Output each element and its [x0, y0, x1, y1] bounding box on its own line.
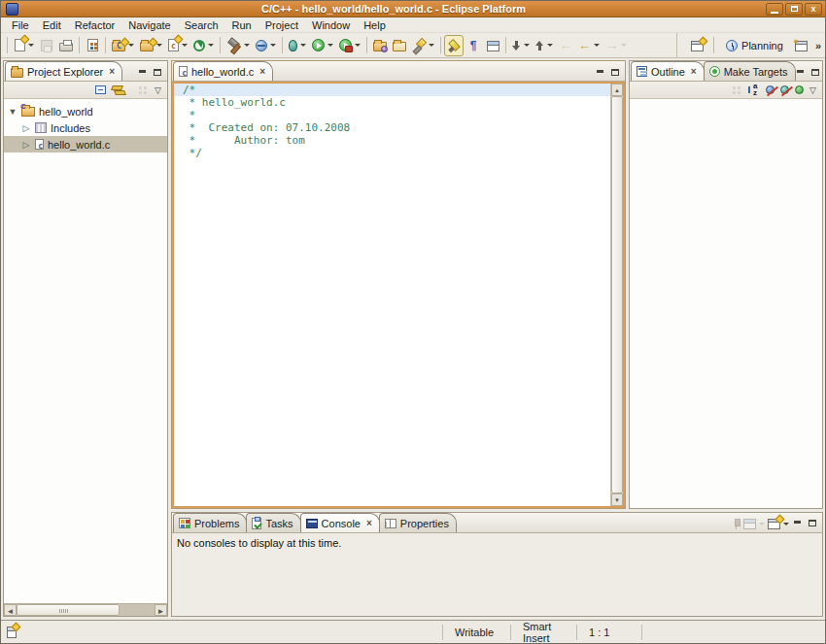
- code-line[interactable]: */: [183, 147, 610, 159]
- titlebar[interactable]: C/C++ - hello_world/hello_world.c - Ecli…: [1, 1, 825, 17]
- close-window-button[interactable]: x: [805, 3, 822, 16]
- minimize-window-button[interactable]: [766, 3, 783, 16]
- expander-icon[interactable]: ▼: [8, 107, 17, 117]
- print-button[interactable]: [56, 35, 76, 56]
- open-element-button[interactable]: [370, 35, 390, 56]
- debug-button[interactable]: [286, 35, 309, 56]
- show-whitespace-button[interactable]: ¶: [464, 35, 483, 56]
- hide-static-members-button[interactable]: [780, 85, 789, 94]
- new-c-file-button[interactable]: c: [165, 35, 190, 56]
- code-editor[interactable]: /* * hello_world.c * * Created on: 07.10…: [174, 84, 610, 506]
- last-edit-location-button[interactable]: ←: [556, 35, 575, 56]
- hscroll-thumb[interactable]: [17, 604, 120, 616]
- open-console-button[interactable]: [768, 518, 789, 529]
- editor-vscrollbar[interactable]: ▲ ▼: [610, 84, 623, 506]
- build-all-button[interactable]: [253, 35, 279, 56]
- window-app-icon[interactable]: [6, 3, 18, 16]
- expander-icon[interactable]: ▷: [21, 123, 31, 133]
- build-configuration-button[interactable]: [190, 35, 217, 56]
- binary-file-button[interactable]: [83, 35, 102, 56]
- code-line[interactable]: /*: [174, 84, 610, 96]
- dropdown-arrow-icon: [524, 44, 530, 47]
- tab-console[interactable]: Console ×: [300, 513, 380, 532]
- forward-button[interactable]: →: [602, 35, 630, 56]
- tree-item-hello-world[interactable]: ▼ hello_world: [4, 103, 167, 119]
- next-annotation-button[interactable]: [509, 35, 533, 56]
- fast-view-button[interactable]: [7, 627, 17, 638]
- expander-icon[interactable]: ▷: [21, 140, 31, 150]
- maximize-view-button[interactable]: [807, 519, 818, 528]
- menu-help[interactable]: Help: [358, 18, 392, 32]
- open-resource-button[interactable]: [390, 35, 409, 56]
- scroll-up-button[interactable]: ▲: [611, 84, 623, 96]
- minimize-editor-button[interactable]: [595, 68, 606, 78]
- menu-file[interactable]: File: [6, 18, 35, 32]
- toolbar-separator: [505, 37, 506, 53]
- close-tab-icon[interactable]: ×: [259, 67, 265, 77]
- view-menu-button[interactable]: ▽: [809, 85, 816, 95]
- maximize-editor-button[interactable]: [609, 68, 621, 78]
- sort-button[interactable]: [748, 85, 760, 96]
- maximize-window-button[interactable]: [785, 3, 803, 16]
- menu-navigate[interactable]: Navigate: [122, 18, 176, 32]
- close-tab-icon[interactable]: ×: [109, 67, 115, 77]
- pin-console-button[interactable]: [733, 518, 740, 529]
- perspective-overflow-chevron[interactable]: »: [815, 40, 821, 51]
- run-button[interactable]: [309, 35, 336, 56]
- tab-properties[interactable]: Properties: [379, 513, 457, 532]
- new-wizard-button[interactable]: [12, 35, 37, 56]
- project-explorer-hscrollbar[interactable]: ◄ ►: [4, 603, 167, 616]
- maximize-view-button[interactable]: [152, 68, 163, 78]
- code-line[interactable]: * Created on: 07.10.2008: [183, 121, 610, 134]
- vscroll-thumb[interactable]: [611, 96, 623, 493]
- tab-hello-world-c[interactable]: hello_world.c ×: [173, 61, 273, 81]
- new-cpp-project-button[interactable]: [137, 35, 165, 56]
- hscroll-track[interactable]: [120, 604, 155, 616]
- minimize-view-button[interactable]: [795, 68, 807, 78]
- code-line[interactable]: *: [183, 109, 610, 121]
- block-selection-button[interactable]: [483, 35, 502, 56]
- menu-window[interactable]: Window: [306, 18, 356, 32]
- build-button[interactable]: [224, 35, 253, 56]
- close-tab-icon[interactable]: ×: [366, 519, 372, 528]
- display-selected-console-button[interactable]: [743, 518, 765, 529]
- link-outline-button[interactable]: [732, 85, 742, 94]
- open-perspective-button[interactable]: [687, 35, 706, 56]
- menu-search[interactable]: Search: [179, 18, 224, 32]
- tree-item-hello-world-c[interactable]: ▷ hello_world.c: [4, 136, 167, 153]
- tab-make-targets[interactable]: Make Targets: [704, 61, 796, 81]
- maximize-view-button[interactable]: [809, 68, 821, 78]
- scroll-down-button[interactable]: ▼: [611, 493, 623, 506]
- tab-project-explorer[interactable]: Project Explorer ×: [5, 61, 122, 81]
- tab-problems[interactable]: Problems: [173, 513, 247, 532]
- menu-project[interactable]: Project: [259, 18, 304, 32]
- minimize-view-button[interactable]: [137, 68, 149, 78]
- tree-item-includes[interactable]: ▷ Includes: [4, 119, 167, 136]
- menu-run[interactable]: Run: [226, 18, 258, 32]
- menu-refactor[interactable]: Refactor: [69, 18, 121, 32]
- hide-non-public-button[interactable]: [795, 85, 804, 94]
- scroll-left-button[interactable]: ◄: [4, 604, 17, 616]
- perspective-planning-button[interactable]: Planning: [721, 37, 788, 54]
- previous-annotation-button[interactable]: [533, 35, 556, 56]
- search-button[interactable]: [409, 35, 437, 56]
- save-button[interactable]: [37, 35, 56, 56]
- collapse-all-button[interactable]: [95, 85, 106, 94]
- code-line[interactable]: * hello_world.c: [183, 96, 610, 109]
- tab-outline[interactable]: Outline ×: [631, 61, 705, 81]
- view-menu-button[interactable]: ▽: [155, 85, 161, 95]
- toggle-mark-occurrences-button[interactable]: [444, 35, 464, 56]
- minimize-view-button[interactable]: [792, 519, 804, 528]
- hide-fields-button[interactable]: [766, 85, 774, 94]
- perspective-ccpp-button[interactable]: ✱: [792, 35, 811, 56]
- new-c-project-button[interactable]: C: [109, 35, 137, 56]
- back-button[interactable]: ←: [575, 35, 602, 56]
- external-tools-button[interactable]: [336, 35, 363, 56]
- code-line[interactable]: * Author: tom: [183, 134, 610, 147]
- close-tab-icon[interactable]: ×: [691, 67, 697, 77]
- tab-tasks[interactable]: Tasks: [246, 513, 300, 532]
- focus-on-button[interactable]: [138, 85, 149, 94]
- scroll-right-button[interactable]: ►: [155, 604, 167, 616]
- menu-edit[interactable]: Edit: [37, 18, 67, 32]
- link-with-editor-button[interactable]: [112, 85, 124, 95]
